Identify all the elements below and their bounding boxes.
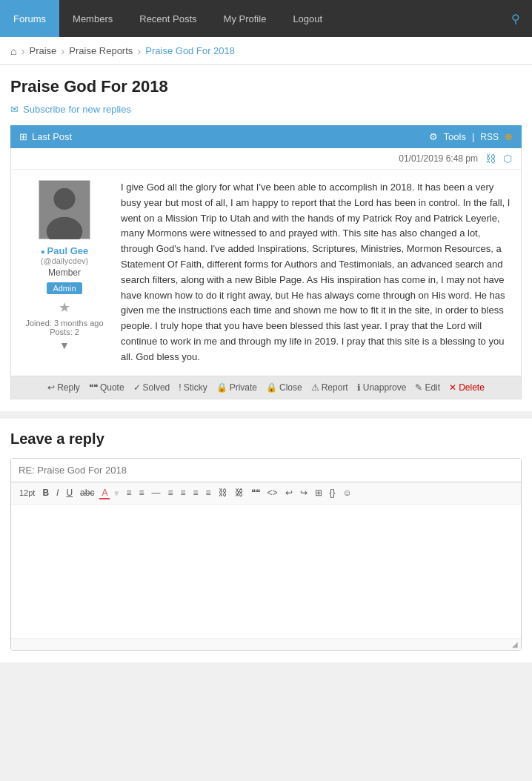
search-icon[interactable]: ⚲ <box>499 0 532 37</box>
check-icon: ✓ <box>133 382 141 393</box>
reply-icon: ↩ <box>47 382 55 393</box>
close-action[interactable]: 🔒 Close <box>266 382 302 393</box>
toolbar-undo-button[interactable]: ↩ <box>283 487 295 499</box>
post-content: I give God all the glory for what I've b… <box>121 180 512 365</box>
delete-action[interactable]: ✕ Delete <box>449 382 485 393</box>
reply-editor-body[interactable] <box>11 505 521 638</box>
home-icon[interactable]: ⌂ <box>10 45 16 57</box>
breadcrumb-praise-reports[interactable]: Praise Reports <box>69 45 133 56</box>
author-handle: (@dailycdev) <box>20 256 109 265</box>
breadcrumb-sep-2: › <box>61 44 64 57</box>
action-bar: ↩ Reply ❝❝ Quote ✓ Solved ! Sticky 🔒 Pri… <box>11 376 521 399</box>
lock-icon: 🔒 <box>216 382 227 393</box>
unapprove-action[interactable]: ℹ Unapprove <box>357 382 407 393</box>
nav-forums[interactable]: Forums <box>0 0 59 37</box>
private-action[interactable]: 🔒 Private <box>216 382 257 393</box>
nav-logout[interactable]: Logout <box>279 0 336 37</box>
toolbar-align-left-button[interactable]: ≡ <box>166 487 176 499</box>
toolbar-sep: | <box>472 131 474 142</box>
edit-action[interactable]: ✎ Edit <box>415 382 440 393</box>
post-meta-bar: 01/01/2019 6:48 pm ⛓ ⬡ <box>11 148 521 170</box>
toolbar-justify-button[interactable]: ≡ <box>204 487 213 499</box>
toolbar-underline-button[interactable]: U <box>64 487 75 499</box>
info-icon: ℹ <box>357 382 361 393</box>
last-post-label: Last Post <box>32 131 72 142</box>
toolbar-align-center-button[interactable]: ≡ <box>179 487 188 499</box>
sticky-icon: ! <box>179 382 181 393</box>
toolbar-quote-button[interactable]: ❝❝ <box>249 487 262 499</box>
last-post-button[interactable]: ⊞ Last Post <box>19 131 72 142</box>
reply-subject-input[interactable] <box>11 459 521 482</box>
nav-members[interactable]: Members <box>59 0 126 37</box>
toolbar-sep-1: ▾ <box>114 488 119 499</box>
sticky-action[interactable]: ! Sticky <box>179 382 207 393</box>
author-joined: Joined: 3 months ago <box>20 319 109 328</box>
reply-title: Leave a reply <box>10 431 522 448</box>
warning-icon: ⚠ <box>311 382 319 393</box>
link-icon[interactable]: ⛓ <box>485 153 496 164</box>
gear-icon[interactable]: ⚙ <box>429 131 438 142</box>
edit-icon: ✎ <box>415 382 422 393</box>
toolbar-bold-button[interactable]: B <box>40 487 51 499</box>
reply-section: Leave a reply 12pt B I U abc A ▾ ≡ ≡ — ≡… <box>0 419 532 662</box>
toolbar-right: ⚙ Tools | RSS ⊕ <box>429 131 513 142</box>
toolbar-image-button[interactable]: ⊞ <box>313 487 325 499</box>
post-body: ● Paul Gee (@dailycdev) Member Admin ★ J… <box>11 170 521 376</box>
report-action[interactable]: ⚠ Report <box>311 382 348 393</box>
delete-icon: ✕ <box>449 382 456 393</box>
author-name[interactable]: Paul Gee <box>47 245 89 256</box>
chevron-down-icon[interactable]: ▼ <box>20 339 109 351</box>
quote-action[interactable]: ❝❝ Quote <box>89 382 124 393</box>
nav-recent-posts[interactable]: Recent Posts <box>126 0 210 37</box>
breadcrumb-praise[interactable]: Praise <box>29 45 56 56</box>
toolbar-ordered-list-button[interactable]: ≡ <box>137 487 147 499</box>
last-post-icon: ⊞ <box>19 131 27 142</box>
last-post-bar: ⊞ Last Post ⚙ Tools | RSS ⊕ <box>10 125 522 148</box>
editor-toolbar: 12pt B I U abc A ▾ ≡ ≡ — ≡ ≡ ≡ ≡ ⛓ ⛓̸ ❝❝… <box>11 482 521 505</box>
toolbar-link-button[interactable]: ⛓ <box>216 487 230 499</box>
toolbar-font-size[interactable]: 12pt <box>17 488 37 498</box>
solved-action[interactable]: ✓ Solved <box>133 382 170 393</box>
toolbar-strikethrough-button[interactable]: abc <box>78 487 96 499</box>
breadcrumb: ⌂ › Praise › Praise Reports › Praise God… <box>0 37 532 65</box>
toolbar-emoji-button[interactable]: ☺ <box>341 487 354 499</box>
post-author: ● Paul Gee (@dailycdev) Member Admin ★ J… <box>20 180 109 365</box>
svg-point-1 <box>53 188 75 210</box>
toolbar-unlink-button[interactable]: ⛓̸ <box>233 487 246 499</box>
reply-action[interactable]: ↩ Reply <box>47 382 80 393</box>
breadcrumb-current: Praise God For 2018 <box>145 45 235 56</box>
share-icon[interactable]: ⬡ <box>503 153 512 164</box>
subscribe-link[interactable]: ✉ Subscribe for new replies <box>10 104 522 115</box>
toolbar-code-button[interactable]: <> <box>265 487 280 499</box>
nav-my-profile[interactable]: My Profile <box>210 0 280 37</box>
online-indicator: ● Paul Gee <box>20 245 109 256</box>
page-title: Praise God For 2018 <box>10 77 522 96</box>
resize-handle[interactable]: ◢ <box>11 638 521 650</box>
toolbar-italic-button[interactable]: I <box>54 487 61 499</box>
rss-icon[interactable]: ⊕ <box>505 131 513 142</box>
author-role: Member <box>20 267 109 278</box>
toolbar-color-button[interactable]: A <box>99 487 110 499</box>
toolbar-hr-button[interactable]: — <box>150 487 163 499</box>
breadcrumb-sep-1: › <box>21 44 24 57</box>
star-icon: ★ <box>20 299 109 316</box>
nav-bar: Forums Members Recent Posts My Profile L… <box>0 0 532 37</box>
envelope-icon: ✉ <box>10 104 19 115</box>
toolbar-align-right-button[interactable]: ≡ <box>191 487 201 499</box>
rss-label[interactable]: RSS <box>480 132 499 142</box>
admin-badge: Admin <box>47 282 82 294</box>
post-container: 01/01/2019 6:48 pm ⛓ ⬡ ● Paul Gee (@dail… <box>10 148 522 399</box>
toolbar-redo-button[interactable]: ↪ <box>298 487 310 499</box>
tools-label[interactable]: Tools <box>444 131 466 142</box>
subscribe-label[interactable]: Subscribe for new replies <box>23 104 131 115</box>
author-avatar <box>39 180 90 239</box>
author-posts: Posts: 2 <box>20 328 109 336</box>
main-content: Praise God For 2018 ✉ Subscribe for new … <box>0 65 532 411</box>
post-datetime: 01/01/2019 6:48 pm <box>399 153 478 164</box>
toolbar-code2-button[interactable]: {} <box>327 487 338 499</box>
editor-container: 12pt B I U abc A ▾ ≡ ≡ — ≡ ≡ ≡ ≡ ⛓ ⛓̸ ❝❝… <box>10 458 522 651</box>
toolbar-unordered-list-button[interactable]: ≡ <box>124 487 133 499</box>
close-icon: 🔒 <box>266 382 277 393</box>
quote-icon: ❝❝ <box>89 382 98 393</box>
breadcrumb-sep-3: › <box>137 44 141 57</box>
